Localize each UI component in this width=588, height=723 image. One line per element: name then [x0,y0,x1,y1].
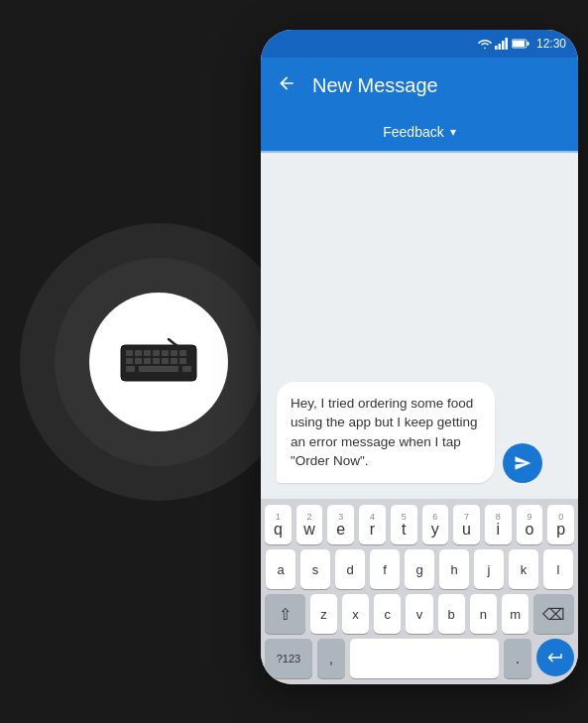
svg-rect-7 [179,350,186,356]
message-bubble: Hey, I tried ordering some food using th… [277,382,495,483]
phone-mockup: 12:30 New Message Feedback ▾ Hey, I trie… [261,30,578,684]
svg-rect-20 [495,46,498,50]
keyboard-row-2: a s d f g h j k l [265,549,574,589]
circle-inner [89,293,228,431]
key-q[interactable]: 1q [265,505,292,544]
svg-rect-26 [513,41,525,47]
svg-rect-8 [126,358,133,364]
key-e[interactable]: 3e [327,505,354,544]
key-v[interactable]: v [406,594,432,634]
send-button[interactable] [503,443,542,483]
key-d[interactable]: d [335,549,365,589]
enter-icon [546,649,564,666]
key-p[interactable]: 0p [547,505,574,544]
svg-rect-13 [171,358,177,364]
background-decoration [20,223,297,501]
key-m[interactable]: m [502,594,529,634]
key-s[interactable]: s [300,549,330,589]
svg-rect-23 [505,38,508,50]
svg-rect-4 [153,350,160,356]
key-z[interactable]: z [310,594,337,634]
space-key[interactable] [350,639,499,678]
backspace-key[interactable]: ⌫ [533,594,574,634]
svg-rect-10 [144,358,151,364]
key-c[interactable]: c [374,594,401,634]
tab-bar[interactable]: Feedback ▾ [261,113,578,153]
tab-label: Feedback [383,124,443,140]
svg-rect-1 [126,350,133,356]
key-b[interactable]: b [438,594,465,634]
keyboard-row-4: ?123 , . [265,639,574,678]
svg-rect-21 [498,44,501,50]
key-x[interactable]: x [342,594,369,634]
status-bar: 12:30 [261,30,578,58]
svg-rect-12 [162,358,169,364]
key-y[interactable]: 6y [422,505,449,544]
key-r[interactable]: 4r [359,505,386,544]
svg-rect-5 [162,350,169,356]
keyboard-row-3: ⇧ z x c v b n m ⌫ [265,594,574,634]
key-f[interactable]: f [370,549,400,589]
svg-rect-14 [179,358,186,364]
key-j[interactable]: j [474,549,504,589]
wifi-icon [478,38,492,50]
svg-rect-2 [135,350,142,356]
app-bar: New Message [261,58,578,113]
keyboard-icon [119,337,198,387]
keyboard-row-1: 1q 2w 3e 4r 5t 6y 7u 8i 9o 0p [265,505,574,544]
send-icon [514,454,531,472]
svg-rect-3 [144,350,151,356]
svg-rect-22 [502,41,505,50]
period-key[interactable]: . [504,639,531,678]
svg-rect-11 [153,358,160,364]
key-g[interactable]: g [405,549,434,589]
dropdown-icon: ▾ [450,125,456,139]
key-t[interactable]: 5t [391,505,417,544]
key-w[interactable]: 2w [296,505,323,544]
signal-icon [495,38,509,50]
status-time: 12:30 [536,37,566,51]
key-i[interactable]: 8i [485,505,512,544]
enter-key[interactable] [536,639,574,676]
svg-rect-15 [139,366,178,372]
shift-key[interactable]: ⇧ [265,594,305,634]
svg-rect-25 [527,42,529,46]
message-area: Hey, I tried ordering some food using th… [261,153,578,499]
key-l[interactable]: l [543,549,573,589]
key-k[interactable]: k [509,549,538,589]
status-icons: 12:30 [478,37,566,51]
key-h[interactable]: h [439,549,469,589]
svg-rect-17 [182,366,191,372]
key-o[interactable]: 9o [517,505,543,544]
svg-rect-6 [171,350,177,356]
keyboard: 1q 2w 3e 4r 5t 6y 7u 8i 9o 0p a s d f g … [261,499,578,684]
key-u[interactable]: 7u [453,505,480,544]
comma-key[interactable]: , [317,639,345,678]
num-sym-key[interactable]: ?123 [265,639,312,678]
svg-rect-16 [126,366,135,372]
app-bar-title: New Message [312,74,438,97]
svg-rect-9 [135,358,142,364]
message-row: Hey, I tried ordering some food using th… [277,382,562,483]
key-n[interactable]: n [470,594,497,634]
back-button[interactable] [277,73,296,98]
key-a[interactable]: a [266,549,295,589]
battery-icon [512,38,529,50]
